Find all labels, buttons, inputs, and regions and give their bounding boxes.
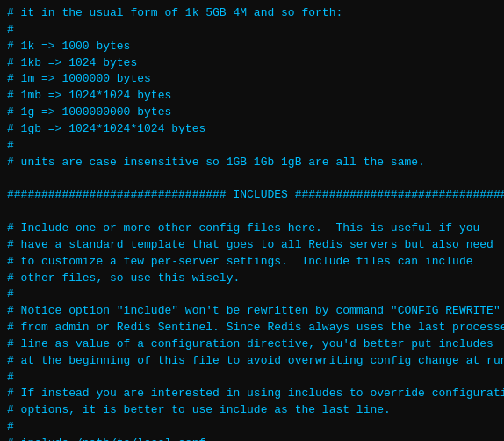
terminal-line: # 1gb => 1024*1024*1024 bytes: [7, 121, 497, 138]
terminal-line: # 1g => 1000000000 bytes: [7, 105, 497, 121]
terminal-line: # at the beginning of this file to avoid…: [7, 353, 497, 370]
terminal-line: # it in the usual form of 1k 5GB 4M and …: [7, 5, 497, 22]
terminal-line: # options, it is better to use include a…: [7, 402, 497, 419]
terminal-line: #: [7, 419, 497, 436]
terminal-window: # it in the usual form of 1k 5GB 4M and …: [0, 0, 504, 441]
terminal-line: ################################ INCLUDE…: [7, 187, 497, 204]
terminal-line: # line as value of a configuration direc…: [7, 336, 497, 353]
terminal-line: # 1mb => 1024*1024 bytes: [7, 88, 497, 105]
terminal-line: # If instead you are interested in using…: [7, 386, 497, 402]
terminal-line: # have a standard template that goes to …: [7, 237, 497, 254]
terminal-line: #: [7, 370, 497, 387]
terminal-line: # to customize a few per-server settings…: [7, 254, 497, 271]
terminal-line: #: [7, 138, 497, 155]
terminal-line: # Notice option "include" won't be rewri…: [7, 303, 497, 320]
terminal-line: # include /path/to/local.conf: [7, 436, 497, 441]
terminal-line: # from admin or Redis Sentinel. Since Re…: [7, 320, 497, 336]
terminal-line: # 1kb => 1024 bytes: [7, 55, 497, 72]
terminal-line: [7, 204, 497, 220]
terminal-line: # Include one or more other config files…: [7, 220, 497, 237]
terminal-line: # 1m => 1000000 bytes: [7, 71, 497, 88]
terminal-line: # other files, so use this wisely.: [7, 271, 497, 287]
terminal-line: #: [7, 286, 497, 303]
terminal-line: # 1k => 1000 bytes: [7, 39, 497, 55]
terminal-line: [7, 170, 497, 187]
terminal-line: # units are case insensitive so 1GB 1Gb …: [7, 155, 497, 171]
terminal-line: #: [7, 22, 497, 39]
